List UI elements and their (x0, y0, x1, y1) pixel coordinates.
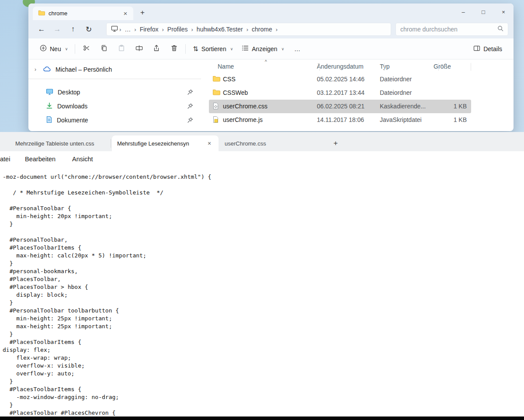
chevron-down-icon: ∨ (281, 47, 285, 51)
editor-tab-label: Mehrzeilige Tableiste unten.css (15, 140, 94, 147)
editor-menubar: atei Bearbeiten Ansicht (0, 151, 524, 168)
sidebar-item-label: Dokumente (57, 117, 88, 124)
column-divider[interactable] (471, 63, 471, 71)
toolbar-divider (185, 44, 186, 54)
menu-edit[interactable]: Bearbeiten (25, 156, 56, 163)
desktop-icon (46, 88, 53, 97)
column-header-type[interactable]: Typ (380, 63, 390, 70)
chevron-right-icon: › (133, 26, 137, 33)
search-input[interactable] (400, 26, 495, 33)
editor-tab-label: userChrome.css (225, 140, 266, 147)
documents-icon (46, 116, 52, 125)
breadcrumb-item-chrome[interactable]: chrome (250, 26, 274, 33)
cut-button[interactable] (78, 42, 95, 56)
tab-close-icon[interactable]: × (205, 140, 213, 147)
file-size: 1 KB (434, 116, 467, 123)
file-type: JavaSkriptdatei (380, 116, 422, 123)
details-pane-button[interactable]: Details (469, 42, 507, 56)
column-divider[interactable] (438, 63, 439, 71)
explorer-titlebar[interactable]: chrome × + – □ × (28, 3, 514, 20)
sort-button[interactable]: ⇅ Sortieren ∨ (188, 42, 237, 56)
sidebar-item-label: Desktop (58, 89, 80, 96)
column-header-size[interactable]: Größe (434, 63, 451, 70)
share-icon (153, 45, 160, 53)
chevron-right-icon: › (118, 26, 122, 33)
folder-icon (212, 75, 220, 83)
sort-icon: ⇅ (193, 45, 198, 53)
new-tab-button[interactable]: + (331, 139, 340, 148)
column-divider[interactable] (319, 63, 320, 71)
breadcrumb-item-firefox[interactable]: Firefox (138, 26, 161, 33)
minimize-button[interactable]: – (453, 3, 473, 20)
forward-icon[interactable]: → (49, 23, 65, 36)
sort-ascending-icon: ^ (265, 59, 267, 64)
sidebar-item-desktop[interactable]: Desktop (28, 85, 201, 99)
file-name: userChrome.js (223, 116, 263, 123)
breadcrumb-ellipsis[interactable]: … (122, 26, 133, 33)
column-header-name[interactable]: Name (218, 63, 234, 70)
menu-file[interactable]: atei (0, 156, 10, 163)
more-icon: … (294, 45, 300, 52)
editor-text-area[interactable]: -moz-document url("chrome://browser/cont… (0, 168, 524, 417)
window-controls: – □ × (453, 3, 514, 20)
sidebar-item-onedrive[interactable]: › Michael – Persönlich (28, 63, 201, 76)
tree-expand-icon[interactable]: › (35, 66, 39, 73)
table-row-userchrome-css[interactable]: userChrome.css 06.02.2025 08:21 Kaskadie… (209, 100, 471, 113)
editor-tab-userchrome[interactable]: userChrome.css (219, 135, 285, 151)
toolbar-divider (75, 44, 75, 54)
sidebar-divider (28, 79, 201, 79)
rename-icon (135, 45, 143, 53)
file-list: Name ^ Änderungsdatum Typ Größe CSS 05.0… (201, 59, 514, 131)
sort-button-label: Sortieren (201, 45, 226, 52)
paste-button[interactable] (113, 42, 130, 56)
file-date: 06.02.2025 08:21 (317, 103, 364, 110)
chevron-right-icon: › (160, 26, 165, 33)
refresh-icon[interactable]: ↻ (81, 23, 97, 36)
desktop-monitor-icon (111, 25, 118, 33)
new-button[interactable]: Neu ∨ (35, 42, 72, 56)
share-button[interactable] (148, 42, 165, 56)
explorer-tab-chrome[interactable]: chrome × (33, 7, 133, 20)
search-icon (497, 25, 503, 33)
breadcrumb-item-profile[interactable]: huhwb4x6.Tester (194, 26, 245, 33)
rename-button[interactable] (130, 42, 148, 56)
column-divider[interactable] (384, 63, 385, 71)
file-explorer-window: chrome × + – □ × ← → ↑ ↻ › … › Firefox ›… (28, 3, 514, 131)
file-name: CSSWeb (223, 89, 248, 96)
maximize-button[interactable]: □ (473, 3, 493, 20)
new-plus-icon (40, 45, 47, 53)
menu-view[interactable]: Ansicht (72, 156, 93, 163)
back-icon[interactable]: ← (34, 23, 49, 36)
up-icon[interactable]: ↑ (65, 23, 81, 36)
sidebar-item-label: Michael – Persönlich (56, 66, 112, 73)
explorer-sidebar: › Michael – Persönlich Desktop (28, 59, 201, 131)
table-row-userchrome-js[interactable]: userChrome.js 14.11.2017 18:06 JavaSkrip… (209, 113, 471, 127)
search-box[interactable] (396, 23, 508, 36)
more-options-button[interactable]: … (288, 42, 306, 56)
copy-button[interactable] (95, 42, 113, 56)
column-header-date[interactable]: Änderungsdatum (317, 63, 364, 70)
editor-tab-mehrzeilige[interactable]: Mehrzeilige Tableiste unten.css (0, 135, 110, 151)
notepad-window: Mehrzeilige Tableiste unten.css Mehrstuf… (0, 132, 524, 417)
pin-icon (187, 103, 193, 111)
breadcrumb-item-profiles[interactable]: Profiles (165, 26, 190, 33)
delete-button[interactable] (165, 42, 183, 56)
cut-icon (83, 45, 90, 53)
view-button[interactable]: Anzeigen ∨ (237, 42, 288, 56)
details-button-label: Details (483, 45, 502, 52)
tab-divider (111, 139, 111, 148)
tab-close-icon[interactable]: × (121, 10, 130, 17)
new-tab-button[interactable]: + (137, 7, 148, 18)
close-button[interactable]: × (493, 3, 514, 20)
file-type: Dateiordner (380, 76, 412, 83)
table-row-cssweb-folder[interactable]: CSSWeb 03.12.2017 13:44 Dateiordner (209, 86, 471, 100)
chevron-right-icon: › (245, 26, 250, 33)
breadcrumb[interactable]: › … › Firefox › Profiles › huhwb4x6.Test… (106, 23, 391, 36)
editor-tab-mehrstufige-active[interactable]: Mehrstufige Lesezeichensyn × (112, 135, 219, 151)
table-row-css-folder[interactable]: CSS 05.02.2025 14:46 Dateiordner (209, 73, 471, 86)
explorer-body: › Michael – Persönlich Desktop (28, 59, 514, 131)
explorer-commandbar: Neu ∨ (28, 38, 514, 59)
chevron-right-icon: › (274, 26, 279, 33)
sidebar-item-documents[interactable]: Dokumente (28, 113, 201, 127)
sidebar-item-downloads[interactable]: Downloads (28, 99, 201, 113)
